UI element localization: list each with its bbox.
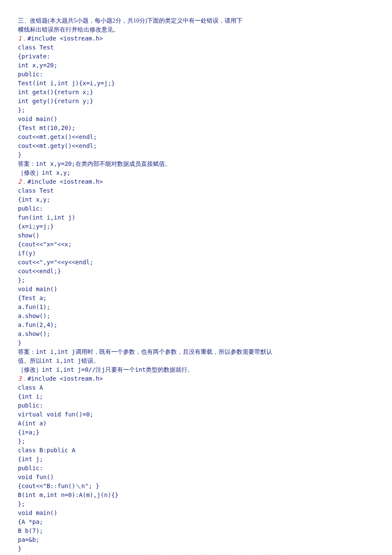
q2-code: cout<<endl;} <box>18 267 376 276</box>
q1-code: int gety(){return y;} <box>18 97 376 106</box>
q3-number: 3． <box>18 375 27 382</box>
section-header-line1: 三、改错题(本大题共5小题，每小题2分，共10分)下面的类定义中有一处错误，请用… <box>18 16 376 25</box>
q2-code: a.fun(2,4); <box>18 321 376 330</box>
q2-code: cout<<",y="<<y<<endl; <box>18 258 376 267</box>
q2-include: #include <iostream.h> <box>27 178 103 185</box>
q2-code: show() <box>18 231 376 240</box>
q3-code: public: <box>18 401 376 410</box>
q3-answer: 答案：B(int m,int n=0):A(m),j(n){}因为基类是抽象类，… <box>18 553 376 555</box>
q2-number: 2． <box>18 178 27 185</box>
q2-code: } <box>18 338 376 347</box>
q3-code: class B:public A <box>18 446 376 455</box>
q1-code: Test(int i,int j){x=i,y=j;} <box>18 79 376 88</box>
section-header-line2: 横线标出错误所在行并给出修改意见。 <box>18 25 376 34</box>
q3-include: #include <iostream.h> <box>27 375 103 382</box>
q3-code: {i=a;} <box>18 428 376 437</box>
q3-code: void main() <box>18 509 376 517</box>
q1-number: 1． <box>18 35 27 42</box>
q1-include: #include <iostream.h> <box>27 35 103 42</box>
q1-code: int x,y=20; <box>18 61 376 70</box>
q2-code: public: <box>18 204 376 213</box>
q3-code: virtual void fun()=0; <box>18 410 376 419</box>
q3-code: B b(7); <box>18 526 376 535</box>
q3-code: {A *pa; <box>18 517 376 526</box>
q1-fix: ［修改］int x,y; <box>18 168 376 177</box>
q2-code: a.show(); <box>18 330 376 338</box>
q2-code: fun(int i,int j) <box>18 213 376 222</box>
q3-code: A(int a) <box>18 419 376 428</box>
q1-answer: 答案：int x,y=20;在类内部不能对数据成员直接赋值。 <box>18 159 376 168</box>
q2-code: }; <box>18 276 376 285</box>
q3-code: } <box>18 544 376 553</box>
q3-code: pa=&b; <box>18 535 376 544</box>
q2-answer: 答案：int i,int j调用时，既有一个参数，也有两个参数，且没有重载，所以… <box>18 347 376 356</box>
q2-fix: ［修改］int i,int j=0//注j只要有一个int类型的数据就行。 <box>18 365 376 374</box>
q3-code: }; <box>18 500 376 509</box>
q3-code: }; <box>18 437 376 446</box>
q1-code: }; <box>18 106 376 115</box>
q2-code: a.show(); <box>18 312 376 321</box>
q1-code: } <box>18 150 376 159</box>
q1-code: public: <box>18 70 376 79</box>
q1-code: {private: <box>18 52 376 61</box>
q3-code: {cout<<"B::fun()＼n"; } <box>18 482 376 491</box>
q1-code: cout<<mt.getx()<<endl; <box>18 133 376 142</box>
q2-code: class Test <box>18 186 376 195</box>
q1-line: 1．#include <iostream.h> <box>18 34 376 43</box>
q3-code: public: <box>18 464 376 473</box>
q2-code: {int x,y; <box>18 195 376 204</box>
q2-answer: 值。所以int i,int j错误。 <box>18 356 376 365</box>
q3-code: B(int m,int n=0):A(m),j(n){} <box>18 491 376 500</box>
q3-line: 3．#include <iostream.h> <box>18 374 376 383</box>
q2-line: 2．#include <iostream.h> <box>18 177 376 186</box>
q2-code: a.fun(1); <box>18 303 376 312</box>
q3-code: {int i; <box>18 392 376 401</box>
q3-code: {int j; <box>18 455 376 464</box>
q2-code: if(y) <box>18 249 376 258</box>
q3-code: class A <box>18 383 376 392</box>
q2-code: {Test a; <box>18 294 376 303</box>
q2-code: {cout<<"x="<<x; <box>18 240 376 249</box>
q2-code: {x=i;y=j;} <box>18 222 376 231</box>
q3-code: void fun() <box>18 473 376 482</box>
q1-code: int getx(){return x;} <box>18 88 376 97</box>
q1-code: {Test mt(10,20); <box>18 124 376 133</box>
q1-code: void main() <box>18 115 376 124</box>
q1-code: class Test <box>18 43 376 52</box>
q2-code: void main() <box>18 285 376 294</box>
q1-code: cout<<mt.gety()<<endl; <box>18 142 376 150</box>
